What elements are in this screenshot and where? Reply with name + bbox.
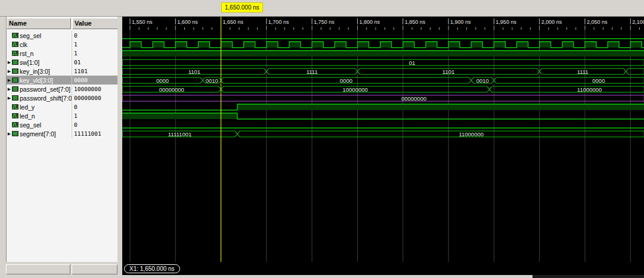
- svg-text:00000000: 00000000: [401, 95, 426, 102]
- expand-arrow-icon[interactable]: ▶: [7, 85, 12, 93]
- panel-splitter[interactable]: [117, 17, 122, 262]
- svg-text:1,750 ns: 1,750 ns: [314, 19, 335, 25]
- signal-name: key_vld[3:0]: [20, 77, 53, 84]
- signal-name: segment[7:0]: [20, 130, 56, 138]
- signal-list: seg_sel0clk1rst_n1▶sw[1:0]01▶key_in[3:0]…: [7, 31, 118, 138]
- svg-text:0010: 0010: [476, 77, 489, 84]
- signal-value: 0: [72, 104, 118, 110]
- svg-text:01: 01: [409, 60, 416, 66]
- expand-arrow-icon[interactable]: ▶: [7, 93, 12, 102]
- signal-name-cell[interactable]: ▶key_vld[3:0]: [7, 76, 72, 85]
- signal-row[interactable]: led_n1: [7, 111, 118, 120]
- svg-text:1,800 ns: 1,800 ns: [359, 19, 380, 25]
- cursor-time-flag[interactable]: 1,650.000 ns: [221, 2, 263, 13]
- scalar-signal-icon: [12, 32, 20, 39]
- waveform-toolbar-area: 1,650.000 ns: [0, 0, 644, 17]
- svg-text:0000: 0000: [592, 77, 605, 84]
- svg-text:1111: 1111: [577, 68, 589, 75]
- value-column-header[interactable]: Value: [72, 18, 118, 29]
- signal-row[interactable]: ▶password_shift[7:0]00000000: [7, 93, 118, 102]
- svg-text:1101: 1101: [188, 68, 200, 75]
- svg-text:0010: 0010: [206, 77, 218, 84]
- signal-value: 1: [72, 113, 118, 119]
- svg-text:0000: 0000: [340, 77, 352, 84]
- svg-text:2,000 ns: 2,000 ns: [541, 19, 562, 25]
- signal-value: 00000000: [72, 95, 118, 101]
- expand-arrow-icon[interactable]: ▶: [7, 129, 12, 138]
- svg-text:1,550 ns: 1,550 ns: [132, 19, 153, 25]
- waveform-statusbar: X1: 1,650.000 ns: [122, 262, 644, 275]
- value-column-footer: [72, 264, 117, 274]
- svg-text:1,650 ns: 1,650 ns: [223, 19, 244, 25]
- svg-text:1,900 ns: 1,900 ns: [450, 19, 471, 25]
- bus-icon: [12, 77, 20, 83]
- expand-arrow-icon[interactable]: ▶: [7, 67, 12, 76]
- signal-row[interactable]: led_y0: [7, 102, 118, 111]
- scalar-signal-icon: [12, 41, 20, 48]
- signal-name: led_y: [20, 104, 35, 111]
- svg-text:11111001: 11111001: [168, 131, 191, 138]
- horizontal-scrollbar-track[interactable]: [0, 275, 644, 278]
- svg-text:10000000: 10000000: [343, 86, 368, 93]
- signal-name: password_shift[7:0]: [20, 95, 72, 102]
- cursor1-readout: X1: 1,650.000 ns: [124, 264, 180, 273]
- signal-value: 11111001: [72, 130, 118, 137]
- signal-value: 0: [72, 32, 118, 39]
- signal-name-cell[interactable]: ▶password_shift[7:0]: [7, 93, 72, 102]
- signal-name-cell[interactable]: ▶password_set[7:0]: [7, 85, 72, 93]
- svg-text:2,100 ns: 2,100 ns: [632, 19, 644, 25]
- signal-name: sw[1:0]: [20, 59, 39, 66]
- svg-text:0000: 0000: [156, 77, 169, 84]
- scalar-signal-icon: [12, 121, 20, 128]
- svg-text:1,700 ns: 1,700 ns: [268, 19, 289, 25]
- svg-text:1111: 1111: [306, 68, 318, 75]
- bus-icon: [12, 86, 20, 92]
- signal-name-cell[interactable]: clk: [7, 40, 72, 49]
- signal-name: rst_n: [20, 50, 33, 57]
- scalar-signal-icon: [12, 104, 20, 110]
- signal-name: led_n: [20, 113, 35, 120]
- svg-text:1,600 ns: 1,600 ns: [177, 19, 198, 25]
- signal-name: key_in[3:0]: [20, 68, 50, 75]
- signal-name-cell[interactable]: rst_n: [7, 49, 72, 58]
- svg-text:2,050 ns: 2,050 ns: [587, 19, 608, 25]
- name-column-footer: [6, 264, 70, 274]
- signal-name-cell[interactable]: ▶key_in[3:0]: [7, 67, 72, 76]
- signal-row[interactable]: seg_sel0: [7, 31, 118, 40]
- signal-row[interactable]: ▶key_in[3:0]1101: [7, 67, 118, 76]
- signal-name-cell[interactable]: seg_sel: [7, 31, 72, 40]
- signal-value: 01: [72, 59, 118, 65]
- bus-icon: [12, 95, 20, 101]
- signal-row[interactable]: ▶segment[7:0]11111001: [7, 129, 118, 138]
- scrollbar-thumb[interactable]: [532, 275, 644, 278]
- signal-name-cell[interactable]: ▶segment[7:0]: [7, 129, 72, 138]
- svg-text:00000000: 00000000: [159, 86, 184, 93]
- signal-row[interactable]: rst_n1: [7, 49, 118, 58]
- waveform-canvas[interactable]: 1,550 ns1,600 ns1,650 ns1,700 ns1,750 ns…: [122, 17, 644, 262]
- svg-text:11000000: 11000000: [459, 131, 484, 138]
- signal-row[interactable]: ▶key_vld[3:0]0000: [7, 76, 118, 85]
- waveform-viewer-window: 1,650.000 ns Name Value seg_sel0clk1rst_…: [0, 0, 644, 278]
- signal-row[interactable]: seg_sel0: [7, 120, 118, 129]
- scalar-signal-icon: [12, 113, 20, 119]
- bus-icon: [12, 130, 20, 137]
- bus-icon: [12, 68, 20, 74]
- signal-value: 0: [72, 121, 118, 128]
- signal-name-cell[interactable]: seg_sel: [7, 120, 72, 129]
- signal-name: password_set[7:0]: [20, 86, 70, 93]
- name-column-header[interactable]: Name: [7, 18, 71, 29]
- signal-row[interactable]: ▶sw[1:0]01: [7, 58, 118, 67]
- signal-value: 1: [72, 50, 118, 57]
- signal-name-cell[interactable]: led_y: [7, 102, 72, 111]
- signal-name-cell[interactable]: led_n: [7, 111, 72, 120]
- expand-arrow-icon[interactable]: ▶: [7, 76, 12, 85]
- expand-arrow-icon[interactable]: ▶: [7, 58, 12, 67]
- signal-name-cell[interactable]: ▶sw[1:0]: [7, 58, 72, 67]
- signal-value: 0000: [72, 77, 118, 83]
- signal-row[interactable]: ▶password_set[7:0]10000000: [7, 85, 118, 93]
- waveform-area[interactable]: 1,550 ns1,600 ns1,650 ns1,700 ns1,750 ns…: [122, 17, 644, 262]
- signal-name: seg_sel: [20, 32, 41, 39]
- svg-text:1,950 ns: 1,950 ns: [496, 19, 516, 25]
- signal-row[interactable]: clk1: [7, 40, 118, 49]
- signal-value: 1: [72, 41, 118, 48]
